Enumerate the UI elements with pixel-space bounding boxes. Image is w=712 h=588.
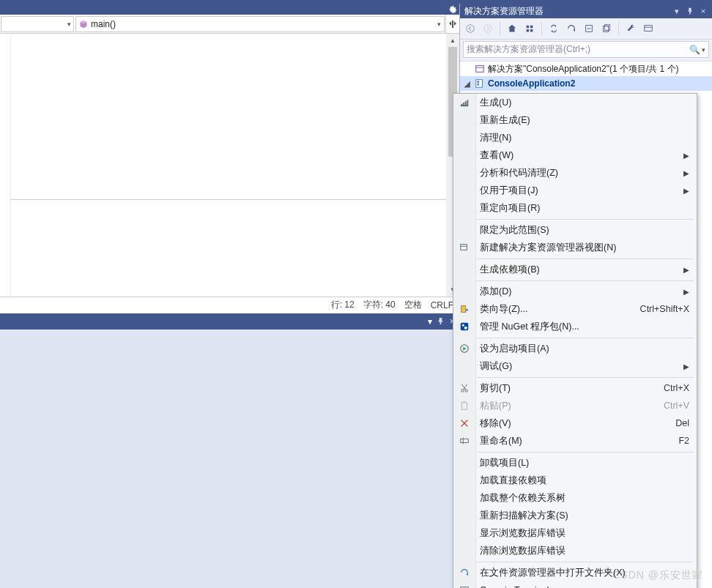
code-editor[interactable]: ▲ ▼ xyxy=(0,34,459,297)
solution-explorer-search: 搜索解决方案资源管理器(Ctrl+;) 🔍 ▾ xyxy=(460,40,712,61)
menu-item[interactable]: 设为启动项目(A) xyxy=(453,340,697,357)
menu-item[interactable]: 清除浏览数据库错误 xyxy=(453,542,697,559)
paste-icon xyxy=(458,399,471,412)
newview-icon xyxy=(458,241,471,254)
status-ws: 空格 xyxy=(404,299,422,311)
openfs-icon xyxy=(458,566,471,579)
search-icon: 🔍 xyxy=(689,45,700,55)
solution-node[interactable]: 解决方案"ConsoleApplication2"(1 个项目/共 1 个) xyxy=(460,62,712,76)
menu-item-label: 调试(G) xyxy=(480,360,512,373)
menu-item-label: 重命名(M) xyxy=(480,435,522,447)
startup-icon xyxy=(458,342,471,355)
menu-item-label: 添加(D) xyxy=(480,286,511,298)
svg-rect-18 xyxy=(462,403,467,410)
menu-item[interactable]: 重定向项目(R) xyxy=(453,199,697,217)
search-placeholder: 搜索解决方案资源管理器(Ctrl+;) xyxy=(467,43,590,56)
menu-item-label: 设为启动项目(A) xyxy=(480,343,549,355)
svg-rect-10 xyxy=(461,245,467,250)
nav-scope-dropdown[interactable]: ▾ xyxy=(1,16,74,32)
nuget-icon xyxy=(458,320,471,333)
status-col: 字符: 40 xyxy=(363,299,396,311)
solution-label: 解决方案"ConsoleApplication2"(1 个项目/共 1 个) xyxy=(488,63,679,75)
menu-item[interactable]: 重新扫描解决方案(S) xyxy=(453,507,697,524)
menu-item[interactable]: 重新生成(E) xyxy=(453,111,697,129)
menu-item[interactable]: 限定为此范围(S) xyxy=(453,221,697,239)
project-context-menu: 生成(U)重新生成(E)清理(N)查看(W)▶分析和代码清理(Z)▶仅用于项目(… xyxy=(453,93,697,588)
expand-icon[interactable]: ◢ xyxy=(463,80,472,88)
menu-item-label: Open in Terminal xyxy=(480,585,549,588)
gear-icon[interactable] xyxy=(448,5,457,14)
terminal-icon xyxy=(458,584,471,588)
nav-member-label: main() xyxy=(91,19,116,29)
menu-item-label: 仅用于项目(J) xyxy=(480,185,538,197)
menu-item-label: 移除(V) xyxy=(480,417,511,430)
menu-item-label: 分析和代码清理(Z) xyxy=(480,167,558,179)
menu-item[interactable]: 调试(G)▶ xyxy=(453,357,697,375)
svg-rect-3 xyxy=(604,26,609,32)
menu-item[interactable]: 重命名(M)F2 xyxy=(453,432,697,450)
classwiz-icon xyxy=(458,302,471,316)
sync-button[interactable] xyxy=(546,21,561,36)
rename-icon xyxy=(458,434,471,447)
home-button[interactable] xyxy=(505,21,519,36)
menu-item[interactable]: 分析和代码清理(Z)▶ xyxy=(453,164,697,182)
menu-item[interactable]: 仅用于项目(J)▶ xyxy=(453,182,697,199)
split-editor-button[interactable] xyxy=(445,15,459,33)
menu-item-shortcut: Ctrl+V xyxy=(664,401,689,411)
cut-icon xyxy=(458,382,471,395)
menu-item-shortcut: Ctrl+Shift+X xyxy=(640,304,689,314)
back-button[interactable] xyxy=(463,21,478,36)
menu-item[interactable]: 显示浏览数据库错误 xyxy=(453,524,697,542)
menu-item[interactable]: 卸载项目(L) xyxy=(453,454,697,472)
show-all-files-button[interactable] xyxy=(599,21,614,36)
menu-item[interactable]: 加载整个依赖关系树 xyxy=(453,489,697,507)
menu-item[interactable]: 新建解决方案资源管理器视图(N) xyxy=(453,239,697,256)
svg-point-0 xyxy=(467,25,475,33)
pin-icon[interactable] xyxy=(437,317,445,325)
properties-button[interactable] xyxy=(623,21,638,36)
menu-item[interactable]: 剪切(T)Ctrl+X xyxy=(453,379,697,397)
menu-item[interactable]: 清理(N) xyxy=(453,129,697,146)
pin-icon[interactable] xyxy=(686,7,694,15)
svg-rect-19 xyxy=(463,401,466,403)
menu-item[interactable]: 加载直接依赖项 xyxy=(453,472,697,489)
submenu-arrow-icon: ▶ xyxy=(683,152,689,160)
submenu-arrow-icon: ▶ xyxy=(683,266,689,274)
svg-rect-8 xyxy=(478,81,480,83)
nav-member-dropdown[interactable]: main() ▾ xyxy=(75,16,445,32)
forward-button[interactable] xyxy=(481,21,495,36)
preview-button[interactable] xyxy=(641,21,656,36)
switch-views-button[interactable] xyxy=(522,21,537,36)
menu-item[interactable]: 查看(W)▶ xyxy=(453,146,697,164)
close-icon[interactable]: × xyxy=(699,7,708,15)
refresh-button[interactable] xyxy=(564,21,579,36)
solution-explorer-title: 解决方案资源管理器 xyxy=(464,5,544,18)
menu-item[interactable]: 生成(U) xyxy=(453,94,697,111)
menu-item-label: 剪切(T) xyxy=(480,382,511,395)
collapse-all-button[interactable] xyxy=(582,21,596,36)
menu-item[interactable]: 添加(D)▶ xyxy=(453,283,697,300)
menu-item-label: 加载整个依赖关系树 xyxy=(480,492,565,505)
submenu-arrow-icon: ▶ xyxy=(683,362,689,371)
menu-item[interactable]: 移除(V)Del xyxy=(453,414,697,432)
menu-item[interactable]: 生成依赖项(B)▶ xyxy=(453,261,697,278)
status-eol: CRLF xyxy=(431,300,453,310)
menu-item[interactable]: Open in Terminal xyxy=(453,581,697,588)
project-node[interactable]: ◢ ConsoleApplication2 xyxy=(460,76,712,91)
search-input[interactable]: 搜索解决方案资源管理器(Ctrl+;) 🔍 ▾ xyxy=(463,41,709,58)
remove-icon xyxy=(458,417,471,430)
menu-item-label: 重定向项目(R) xyxy=(480,202,540,215)
menu-item-label: 查看(W) xyxy=(480,149,513,162)
menu-item[interactable]: 在文件资源管理器中打开文件夹(X) xyxy=(453,564,697,581)
menu-item[interactable]: 管理 NuGet 程序包(N)... xyxy=(453,318,697,335)
menu-item-label: 清除浏览数据库错误 xyxy=(480,545,565,557)
solution-icon xyxy=(475,64,485,74)
solution-explorer-toolbar xyxy=(460,18,712,40)
menu-item-label: 重新扫描解决方案(S) xyxy=(480,510,568,522)
svg-rect-5 xyxy=(645,26,653,31)
panel-menu-icon[interactable]: ▾ xyxy=(672,7,681,15)
panel-dropdown-icon[interactable]: ▾ xyxy=(428,316,432,327)
submenu-arrow-icon: ▶ xyxy=(683,187,689,195)
menu-item[interactable]: 类向导(Z)...Ctrl+Shift+X xyxy=(453,300,697,318)
solution-tree[interactable]: 解决方案"ConsoleApplication2"(1 个项目/共 1 个) ◢… xyxy=(460,61,712,91)
